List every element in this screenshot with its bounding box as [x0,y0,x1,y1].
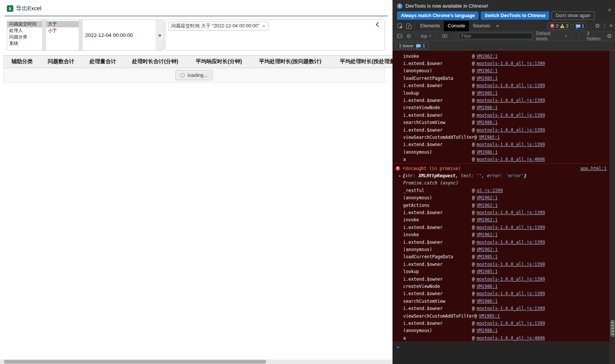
frame-location-link[interactable]: mootools-1.6.0_all.js:1399 [477,291,545,296]
frame-location-link[interactable]: VM1962:1 [477,232,497,237]
frame-location-link[interactable]: mootools-1.6.0_all.js:4606 [477,335,545,341]
field-option[interactable]: 问题分类 [7,34,42,40]
frame-location-link[interactable]: VM1962:1 [477,68,497,73]
devtools-tab[interactable]: Elements [416,21,444,31]
frame-location-link[interactable]: o2.js:2209 [477,188,503,193]
field-listbox[interactable]: 问题提交时间处理人问题分类系统 [7,20,42,50]
frame-location-link[interactable]: mootools-1.6.0_all.js:1399 [477,225,545,230]
filter-panel: 问题提交时间处理人问题分类系统 大于小于 2022-12-04 00:00:00… [7,19,393,51]
frame-location-link[interactable]: VM1962:1 [477,54,497,59]
console-settings-gear-icon[interactable]: ⚙ [607,33,612,40]
frame-location-link[interactable]: VM1985:1 [479,135,500,140]
error-warning-badge[interactable]: 2 2 [547,22,571,30]
error-source-link[interactable]: app.html:1 [580,166,607,171]
frame-location-link[interactable]: mootools-1.6.0_all.js:1399 [477,113,545,118]
collapse-chevron-icon[interactable] [376,22,381,27]
frame-location-link[interactable]: VM1986:1 [477,149,497,155]
error-message-header[interactable]: ▼ Uncaught (in promise) app.html:1 [393,165,615,172]
frame-location-link[interactable]: VM1986:1 [477,328,497,333]
tag-remove-icon[interactable]: × [262,23,265,29]
device-toolbar-icon[interactable] [404,22,412,30]
frame-location-link[interactable]: VM1962:1 [477,203,497,208]
notification-close-icon[interactable]: × [608,6,611,13]
frame-location-link[interactable]: VM1985:1 [477,269,497,274]
field-option[interactable]: 问题提交时间 [7,21,42,27]
at-symbol: @ [472,149,475,155]
object-key: text: [461,173,474,178]
frame-location-link[interactable]: mootools-1.6.0_all.js:1399 [477,61,545,66]
expand-triangle-icon[interactable]: ▼ [403,167,405,170]
kebab-menu-icon[interactable]: ⋮ [602,23,607,29]
at-symbol: @ [472,335,475,341]
export-excel-title[interactable]: 导出Excel [16,5,41,12]
frame-location-link[interactable]: mootools-1.6.0_all.js:4606 [477,157,545,162]
match-chrome-language-button[interactable]: Always match Chrome's language [397,11,478,20]
eye-icon[interactable] [441,32,449,40]
dont-show-again-button[interactable]: Don't show again [551,11,595,20]
frame-location-link[interactable]: VM1986:1 [477,299,497,304]
frame-location-link[interactable]: mootools-1.6.0_all.js:1399 [477,262,545,267]
object-preview-row[interactable]: ▶ {xhr: XMLHttpRequest, text: '', error:… [393,172,615,179]
frame-location-link[interactable]: VM1985:1 [477,91,497,96]
horizontal-scrollbar-thumb[interactable] [4,360,266,364]
frame-location-link[interactable]: VM1962:1 [477,247,497,252]
context-selector[interactable]: top ▼ [421,33,431,39]
add-filter-button[interactable]: » [156,20,164,50]
frame-location-link[interactable]: mootools-1.6.0_all.js:1399 [477,210,545,215]
frame-function-name: lookup [403,91,472,96]
frame-location-link[interactable]: mootools-1.6.0_all.js:1399 [477,277,545,282]
console-scrollbar-thumb[interactable] [610,320,615,337]
frame-location-link[interactable]: VM1962:1 [477,217,497,223]
loading-label: loading... [188,72,208,78]
operator-option[interactable]: 小于 [46,27,79,34]
inspect-element-icon[interactable] [396,22,404,30]
date-value-field[interactable]: 2022-12-04 00:00:00 [83,20,156,50]
frame-location-link[interactable]: VM1986:1 [477,105,497,110]
switch-devtools-chinese-button[interactable]: Switch DevTools to Chinese [481,11,549,20]
frame-location-link[interactable]: VM1962:1 [477,195,497,200]
console-filter-input[interactable] [459,33,533,39]
stack-frame-row: loadCurrentPageData @ VM1985:1 [393,253,615,261]
frame-location-link[interactable]: mootools-1.6.0_all.js:1399 [477,127,545,133]
issue-counter[interactable]: 1 Issue: 1 [396,42,429,49]
devtools-close-icon[interactable]: × [609,22,613,29]
filter-tag-chip[interactable]: 问题提交时间 大于 "2022-12-04 00:00:00" × [168,22,269,30]
object-key: xhr: [405,173,416,178]
more-tabs-icon[interactable]: » [496,23,499,29]
frame-function-name: i.extend.$owner [403,240,472,245]
chevron-down-icon: ▼ [429,35,431,37]
at-symbol: @ [472,83,475,88]
frame-function-name: createViewNode [403,105,472,110]
horizontal-scrollbar[interactable] [0,359,393,364]
frame-function-name: viewSearchCustomAddToFilter [403,135,474,140]
operator-listbox[interactable]: 大于小于 [46,20,79,50]
frame-location-link[interactable]: VM1985:1 [477,76,497,81]
console-sidebar-toggle-icon[interactable] [396,32,404,40]
stack-frame-row: invoke @ VM1962:1 [393,231,615,238]
operator-option[interactable]: 大于 [46,21,79,27]
settings-gear-icon[interactable]: ⚙ [595,22,600,29]
frame-location-link[interactable]: VM1986:1 [477,120,497,125]
frame-function-name: i.extend.$owner [403,277,472,282]
devtools-tab[interactable]: Console [444,21,469,31]
frame-location-link[interactable]: mootools-1.6.0_all.js:1399 [477,321,545,326]
frame-location-link[interactable]: VM1985:1 [479,313,500,319]
frame-location-link[interactable]: mootools-1.6.0_all.js:1399 [477,98,545,103]
frame-location-link[interactable]: VM1986:1 [477,284,497,289]
stack-frame-row: i.extend.$owner @ mootools-1.6.0_all.js:… [393,82,615,89]
frame-location-link[interactable]: mootools-1.6.0_all.js:1399 [477,142,545,147]
field-option[interactable]: 处理人 [7,27,42,34]
frame-location-link[interactable]: VM1985:1 [477,254,497,259]
frame-location-link[interactable]: mootools-1.6.0_all.js:1399 [477,83,545,88]
object-expand-icon[interactable]: ▶ [399,174,401,178]
field-option[interactable]: 系统 [7,40,42,47]
console-prompt[interactable]: > [393,342,615,364]
stack-frame-row: i.extend.$owner @ mootools-1.6.0_all.js:… [393,319,615,327]
frame-location-link[interactable]: mootools-1.6.0_all.js:1399 [477,306,545,311]
devtools-tab[interactable]: Sources [469,21,494,31]
clear-console-icon[interactable]: ⊘ [407,33,412,40]
console-scrollbar-track[interactable] [610,51,615,364]
message-count-badge[interactable]: 1 [573,22,587,30]
default-levels-dropdown[interactable]: Default levels ▼ [536,31,567,41]
frame-location-link[interactable]: mootools-1.6.0_all.js:1399 [477,240,545,245]
